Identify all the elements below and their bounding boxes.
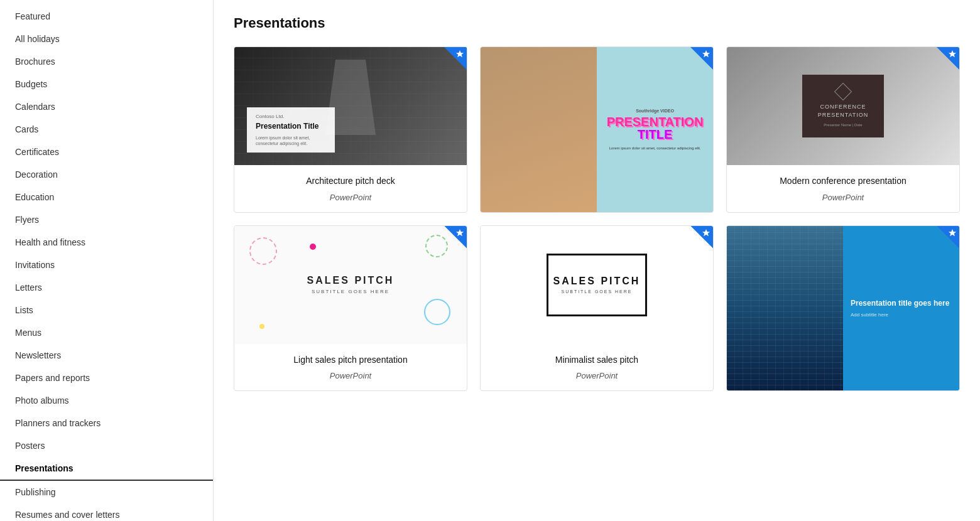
sidebar-item-featured[interactable]: Featured	[0, 5, 213, 28]
arch-company: Contoso Ltd.	[256, 114, 326, 119]
sidebar-item-education[interactable]: Education	[0, 186, 213, 208]
template-info: Minimalist sales pitch PowerPoint	[481, 344, 713, 391]
light-dot-yellow	[259, 324, 264, 329]
template-name: Minimalist sales pitch	[491, 354, 703, 367]
template-thumbnail: Contoso Ltd. Presentation Title Lorem ip…	[234, 47, 467, 165]
sidebar-item-certificates[interactable]: Certificates	[0, 141, 213, 163]
sidebar-item-photo-albums[interactable]: Photo albums	[0, 389, 213, 412]
sidebar-item-presentations[interactable]: Presentations	[0, 457, 213, 481]
arch-body: Lorem ipsum dolor sit amet, consectetur …	[256, 135, 326, 146]
arch-title: Presentation Title	[256, 122, 326, 131]
sidebar-item-brochures[interactable]: Brochures	[0, 50, 213, 73]
templates-grid: Contoso Ltd. Presentation Title Lorem ip…	[234, 46, 960, 391]
min-title: SALES PITCH	[553, 276, 641, 287]
template-card[interactable]: SALES PITCH SUBTITLE GOES HERE Light sal…	[234, 225, 467, 392]
sidebar-item-newsletters[interactable]: Newsletters	[0, 344, 213, 367]
sidebar-item-lists[interactable]: Lists	[0, 299, 213, 321]
light-circle-green	[425, 235, 448, 257]
sidebar-item-cards[interactable]: Cards	[0, 118, 213, 141]
premium-badge	[690, 226, 713, 249]
template-thumbnail: Southridge VIDEO PRESENTATION TITLE Lore…	[481, 47, 713, 212]
sidebar-item-menus[interactable]: Menus	[0, 321, 213, 344]
template-type: PowerPoint	[491, 371, 703, 380]
sidebar-item-flyers[interactable]: Flyers	[0, 208, 213, 231]
light-title: SALES PITCH	[307, 275, 395, 286]
template-info: Architecture pitch deck PowerPoint	[234, 165, 467, 212]
light-circle-dashed	[249, 237, 277, 265]
classic-title: Presentation title goes here	[851, 299, 952, 309]
template-info: Retro pitch deck PowerPoint	[481, 212, 713, 213]
template-card[interactable]: Contoso Ltd. Presentation Title Lorem ip…	[234, 46, 467, 213]
retro-title2: TITLE	[638, 128, 673, 141]
sidebar-item-planners-trackers[interactable]: Planners and trackers	[0, 412, 213, 434]
template-thumbnail: CONFERENCE PRESENTATION Presenter Name |…	[727, 47, 959, 165]
template-info: Modern conference presentation PowerPoin…	[727, 165, 959, 212]
conf-title: CONFERENCE PRESENTATION	[810, 103, 876, 119]
template-type: PowerPoint	[737, 193, 949, 202]
classic-sub: Add subtitle here	[851, 312, 952, 318]
conf-sub: Presenter Name | Date	[824, 123, 862, 127]
sidebar-item-papers-reports[interactable]: Papers and reports	[0, 367, 213, 389]
template-card[interactable]: Southridge VIDEO PRESENTATION TITLE Lore…	[480, 46, 714, 213]
sidebar-item-posters[interactable]: Posters	[0, 434, 213, 457]
sidebar-item-publishing[interactable]: Publishing	[0, 481, 213, 503]
template-card[interactable]: CONFERENCE PRESENTATION Presenter Name |…	[726, 46, 960, 213]
template-thumbnail: Presentation title goes here Add subtitl…	[727, 226, 959, 391]
light-dot-pink	[310, 244, 316, 250]
retro-title1: PRESENTATION	[607, 115, 704, 128]
template-card[interactable]: SALES PITCH SUBTITLE GOES HERE Minimalis…	[480, 225, 714, 392]
template-thumbnail: SALES PITCH SUBTITLE GOES HERE	[234, 226, 467, 344]
template-info: Classic bold block presentation PowerPoi…	[727, 390, 959, 391]
template-card[interactable]: Presentation title goes here Add subtitl…	[726, 225, 960, 392]
template-info: Light sales pitch presentation PowerPoin…	[234, 344, 467, 391]
retro-body: Lorem ipsum dolor sit amet, consectetur …	[609, 146, 700, 151]
sidebar-item-resumes-cover[interactable]: Resumes and cover letters	[0, 503, 213, 521]
sidebar-item-invitations[interactable]: Invitations	[0, 254, 213, 276]
premium-badge	[444, 47, 467, 70]
template-name: Modern conference presentation	[737, 175, 949, 188]
sidebar-item-health-fitness[interactable]: Health and fitness	[0, 231, 213, 254]
template-thumbnail: SALES PITCH SUBTITLE GOES HERE	[481, 226, 713, 344]
sidebar-item-decoration[interactable]: Decoration	[0, 163, 213, 186]
sidebar: FeaturedAll holidaysBrochuresBudgetsCale…	[0, 0, 214, 521]
premium-badge	[937, 47, 959, 70]
sidebar-item-letters[interactable]: Letters	[0, 276, 213, 299]
sidebar-item-calendars[interactable]: Calendars	[0, 95, 213, 118]
page-title: Presentations	[234, 15, 960, 31]
template-type: PowerPoint	[244, 193, 457, 202]
sidebar-item-all-holidays[interactable]: All holidays	[0, 28, 213, 50]
light-sub: SUBTITLE GOES HERE	[307, 289, 395, 294]
conf-diamond-icon	[834, 83, 852, 100]
retro-logo: Southridge VIDEO	[636, 109, 674, 113]
main-content: Presentations Contoso Ltd. Presentation …	[214, 0, 980, 521]
template-type: PowerPoint	[244, 371, 457, 380]
min-sub: SUBTITLE GOES HERE	[561, 289, 632, 294]
template-name: Architecture pitch deck	[244, 175, 457, 188]
sidebar-item-budgets[interactable]: Budgets	[0, 73, 213, 95]
template-name: Light sales pitch presentation	[244, 354, 457, 367]
light-circle-blue	[424, 299, 450, 325]
